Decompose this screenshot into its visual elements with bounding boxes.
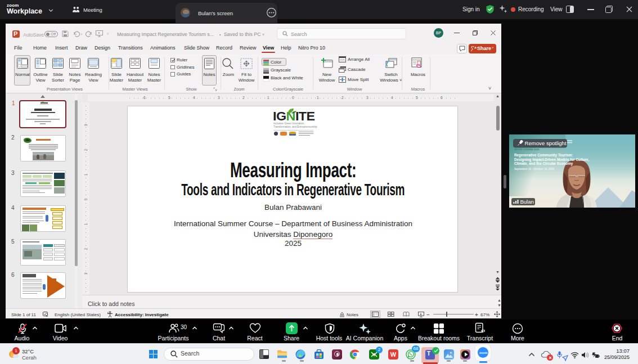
svg-text:Remove spotlight: Remove spotlight bbox=[525, 140, 567, 146]
svg-text:Bulan: Bulan bbox=[520, 199, 534, 205]
svg-text:Climate, and the Circular Econ: Climate, and the Circular Economy bbox=[514, 161, 573, 166]
svg-text:September 10 - October 10, 202: September 10 - October 10, 2025 bbox=[514, 168, 554, 170]
svg-text:SHORT COURSE 2025: SHORT COURSE 2025 bbox=[514, 148, 540, 151]
